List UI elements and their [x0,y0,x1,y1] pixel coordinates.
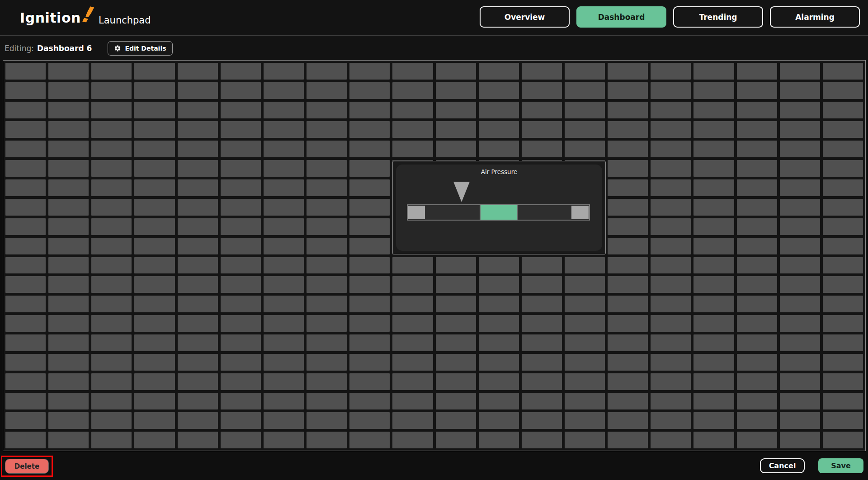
grid-cell[interactable] [522,393,562,409]
grid-cell[interactable] [5,141,46,157]
grid-cell[interactable] [737,218,777,235]
grid-cell[interactable] [565,102,605,118]
grid-cell[interactable] [608,276,648,293]
grid-cell[interactable] [48,238,89,254]
grid-cell[interactable] [693,296,734,312]
grid-cell[interactable] [479,334,519,351]
grid-cell[interactable] [693,412,734,429]
slider-handle-left[interactable] [408,206,425,219]
grid-cell[interactable] [693,257,734,274]
grid-cell[interactable] [608,102,648,118]
grid-cell[interactable] [823,102,863,118]
grid-cell[interactable] [349,315,390,332]
grid-cell[interactable] [221,160,261,177]
grid-cell[interactable] [780,334,820,351]
grid-cell[interactable] [823,121,863,138]
grid-cell[interactable] [436,82,476,99]
grid-cell[interactable] [178,257,218,274]
grid-cell[interactable] [48,432,89,448]
grid-cell[interactable] [392,412,433,429]
grid-cell[interactable] [48,82,89,99]
grid-cell[interactable] [565,121,605,138]
grid-cell[interactable] [134,102,175,118]
grid-cell[interactable] [178,82,218,99]
grid-cell[interactable] [5,315,46,332]
grid-cell[interactable] [134,218,175,235]
grid-cell[interactable] [608,141,648,157]
grid-cell[interactable] [823,354,863,371]
grid-cell[interactable] [349,82,390,99]
grid-cell[interactable] [565,393,605,409]
grid-cell[interactable] [737,160,777,177]
grid-cell[interactable] [479,432,519,448]
grid-cell[interactable] [479,63,519,80]
grid-cell[interactable] [91,141,132,157]
grid-cell[interactable] [264,121,304,138]
grid-cell[interactable] [522,121,562,138]
grid-cell[interactable] [780,412,820,429]
grid-cell[interactable] [307,393,347,409]
grid-cell[interactable] [221,63,261,80]
grid-cell[interactable] [134,334,175,351]
grid-cell[interactable] [565,373,605,390]
grid-cell[interactable] [91,238,132,254]
grid-cell[interactable] [651,141,691,157]
grid-cell[interactable] [48,121,89,138]
grid-cell[interactable] [565,63,605,80]
grid-cell[interactable] [91,334,132,351]
grid-cell[interactable] [608,63,648,80]
grid-cell[interactable] [436,102,476,118]
grid-cell[interactable] [48,373,89,390]
grid-cell[interactable] [392,141,433,157]
grid-cell[interactable] [5,296,46,312]
grid-cell[interactable] [693,102,734,118]
grid-cell[interactable] [48,334,89,351]
nav-tab-alarming[interactable]: Alarming [770,6,860,28]
widget-air-pressure[interactable]: Air Pressure [392,161,606,254]
grid-cell[interactable] [221,373,261,390]
grid-cell[interactable] [737,412,777,429]
grid-cell[interactable] [565,432,605,448]
grid-cell[interactable] [307,412,347,429]
grid-cell[interactable] [693,218,734,235]
grid-cell[interactable] [392,354,433,371]
grid-cell[interactable] [221,179,261,196]
grid-cell[interactable] [134,160,175,177]
grid-cell[interactable] [651,63,691,80]
grid-cell[interactable] [693,334,734,351]
grid-cell[interactable] [780,121,820,138]
grid-cell[interactable] [780,102,820,118]
grid-cell[interactable] [221,296,261,312]
grid-cell[interactable] [608,82,648,99]
grid-cell[interactable] [48,412,89,429]
grid-cell[interactable] [479,82,519,99]
grid-cell[interactable] [307,373,347,390]
grid-cell[interactable] [5,354,46,371]
grid-cell[interactable] [5,160,46,177]
grid-cell[interactable] [823,276,863,293]
grid-cell[interactable] [134,82,175,99]
grid-cell[interactable] [178,296,218,312]
delete-button[interactable]: Delete [5,459,49,474]
grid-cell[interactable] [91,412,132,429]
grid-cell[interactable] [436,334,476,351]
grid-cell[interactable] [522,82,562,99]
grid-cell[interactable] [651,315,691,332]
grid-cell[interactable] [91,393,132,409]
grid-cell[interactable] [5,82,46,99]
grid-cell[interactable] [48,354,89,371]
grid-cell[interactable] [134,141,175,157]
grid-cell[interactable] [522,315,562,332]
grid-cell[interactable] [737,276,777,293]
grid-cell[interactable] [349,141,390,157]
grid-cell[interactable] [737,354,777,371]
grid-cell[interactable] [5,373,46,390]
grid-cell[interactable] [264,315,304,332]
grid-cell[interactable] [349,179,390,196]
grid-cell[interactable] [264,432,304,448]
grid-cell[interactable] [780,82,820,99]
grid-cell[interactable] [479,354,519,371]
grid-cell[interactable] [436,141,476,157]
nav-tab-dashboard[interactable]: Dashboard [576,6,666,28]
grid-cell[interactable] [608,354,648,371]
